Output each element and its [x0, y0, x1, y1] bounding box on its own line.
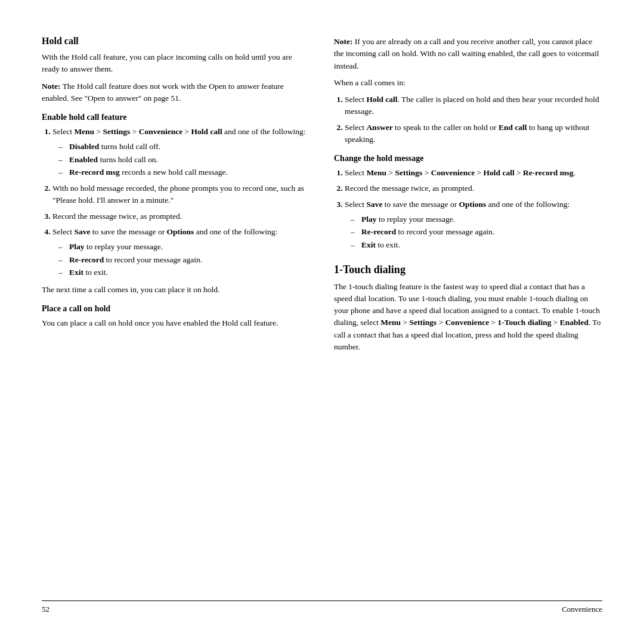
change-step-1: Select Menu > Settings > Convenience > H… [345, 167, 602, 179]
change-step-3-sub: Play to replay your message. Re-record t… [351, 213, 602, 252]
note-content: The Hold call feature does not work with… [42, 82, 284, 103]
hold-call-title: Hold call [42, 36, 310, 47]
note-bold: Note: [42, 82, 60, 91]
change-step-3: Select Save to save the message or Optio… [345, 199, 602, 252]
sub-play-left: Play to replay your message. [58, 240, 310, 253]
call-step-2: Select Answer to speak to the caller on … [345, 122, 602, 146]
enable-step-4-sub: Play to replay your message. Re-record t… [58, 240, 310, 279]
sub-enabled: Enabled turns hold call on. [58, 153, 310, 166]
call-step-2-text: Select Answer to speak to the caller on … [345, 123, 590, 144]
enable-step-2-text: With no hold message recorded, the phone… [52, 184, 304, 205]
footer-page-number: 52 [42, 605, 49, 614]
enable-hold-title: Enable hold call feature [42, 113, 310, 122]
touch-dialing-title: 1-Touch dialing [334, 264, 602, 276]
sub-exit-right: Exit to exit. [351, 239, 602, 252]
sub-play-right: Play to replay your message. [351, 213, 602, 226]
change-hold-title: Change the hold message [334, 154, 602, 163]
page: Hold call With the Hold call feature, yo… [0, 0, 644, 644]
sub-rerecord-right: Re-record to record your message again. [351, 225, 602, 239]
change-step-2: Record the message twice, as prompted. [345, 182, 602, 194]
hold-call-note: Note: The Hold call feature does not wor… [42, 80, 310, 105]
when-call-comes: When a call comes in: [334, 77, 602, 89]
enable-step-1-text: Select Menu > Settings > Convenience > H… [52, 127, 306, 136]
enable-step-1: Select Menu > Settings > Convenience > H… [52, 126, 310, 179]
enable-step-2: With no hold message recorded, the phone… [52, 182, 310, 207]
enable-step-4: Select Save to save the message or Optio… [52, 226, 310, 279]
note-incoming-content: If you are already on a call and you rec… [334, 37, 599, 70]
call-step-1: Select Hold call. The caller is placed o… [345, 94, 602, 118]
sub-exit-left: Exit to exit. [58, 266, 310, 279]
sub-rerecord: Re-record msg records a new hold call me… [58, 166, 310, 179]
touch-dialing-section: 1-Touch dialing The 1-touch dialing feat… [334, 264, 602, 354]
change-step-2-text: Record the message twice, as prompted. [345, 184, 474, 193]
sub-disabled: Disabled turns hold call off. [58, 140, 310, 153]
call-step-1-text: Select Hold call. The caller is placed o… [345, 95, 599, 116]
note-incoming-bold: Note: [334, 37, 352, 46]
enable-steps-list: Select Menu > Settings > Convenience > H… [52, 126, 310, 279]
enable-step-3: Record the message twice, as prompted. [52, 210, 310, 222]
left-column: Hold call With the Hold call feature, yo… [42, 36, 310, 595]
right-column: Note: If you are already on a call and y… [334, 36, 602, 595]
enable-step-1-sub: Disabled turns hold call off. Enabled tu… [58, 140, 310, 179]
call-steps-list: Select Hold call. The caller is placed o… [345, 94, 602, 145]
content-area: Hold call With the Hold call feature, yo… [42, 36, 602, 595]
enable-step-4-text: Select Save to save the message or Optio… [52, 227, 277, 236]
note-incoming: Note: If you are already on a call and y… [334, 36, 602, 72]
hold-call-intro: With the Hold call feature, you can plac… [42, 51, 310, 76]
next-time-text: The next time a call comes in, you can p… [42, 284, 310, 296]
place-hold-title: Place a call on hold [42, 304, 310, 314]
touch-dialing-body: The 1-touch dialing feature is the faste… [334, 281, 602, 354]
change-step-1-text: Select Menu > Settings > Convenience > H… [345, 168, 575, 177]
change-hold-steps-list: Select Menu > Settings > Convenience > H… [345, 167, 602, 252]
change-step-3-text: Select Save to save the message or Optio… [345, 200, 569, 209]
footer: 52 Convenience [42, 600, 602, 614]
footer-section-label: Convenience [562, 605, 602, 614]
sub-rerecord-left: Re-record to record your message again. [58, 253, 310, 267]
enable-step-3-text: Record the message twice, as prompted. [52, 212, 182, 221]
place-hold-text: You can place a call on hold once you ha… [42, 317, 310, 329]
